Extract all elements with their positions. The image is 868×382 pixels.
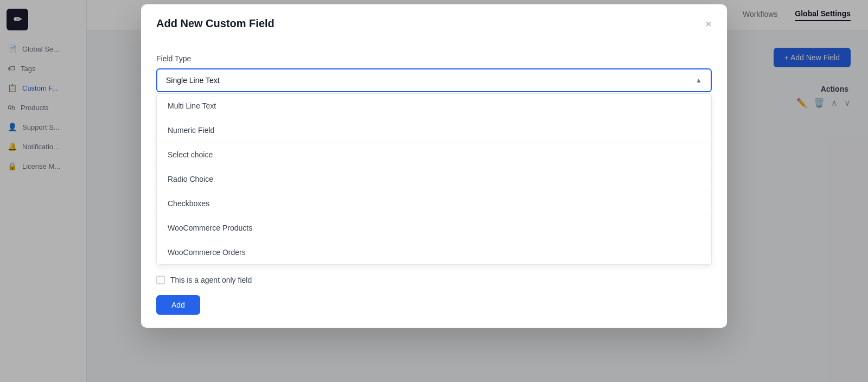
field-type-select-wrapper: Single Line Text ▲ Multi Line Text Numer… (156, 68, 712, 265)
modal-title: Add New Custom Field (156, 17, 275, 30)
dropdown-item-select-choice[interactable]: Select choice (157, 143, 711, 167)
dropdown-item-checkboxes[interactable]: Checkboxes (157, 192, 711, 216)
selected-value: Single Line Text (166, 76, 220, 85)
modal-header: Add New Custom Field × (141, 4, 727, 41)
modal-add-button[interactable]: Add (156, 295, 200, 315)
chevron-up-icon: ▲ (695, 77, 702, 84)
modal-overlay: Add New Custom Field × Field Type Single… (0, 0, 868, 382)
modal-add-custom-field: Add New Custom Field × Field Type Single… (141, 4, 727, 328)
dropdown-item-multi-line-text[interactable]: Multi Line Text (157, 94, 711, 118)
dropdown-item-woocommerce-orders[interactable]: WooCommerce Orders (157, 240, 711, 264)
dropdown-item-radio-choice[interactable]: Radio Choice (157, 167, 711, 192)
field-type-select[interactable]: Single Line Text ▲ (156, 68, 712, 92)
dropdown-item-woocommerce-products[interactable]: WooCommerce Products (157, 216, 711, 240)
field-type-label: Field Type (156, 54, 712, 63)
dropdown-list: Multi Line Text Numeric Field Select cho… (156, 93, 712, 265)
dropdown-item-numeric-field[interactable]: Numeric Field (157, 118, 711, 143)
modal-body: Field Type Single Line Text ▲ Multi Line… (141, 41, 727, 328)
modal-close-button[interactable]: × (705, 18, 712, 29)
dropdown-arrow (430, 93, 438, 94)
agent-only-row: This is a agent only field (156, 276, 712, 284)
agent-only-checkbox[interactable] (156, 276, 165, 284)
agent-only-label: This is a agent only field (170, 276, 252, 284)
